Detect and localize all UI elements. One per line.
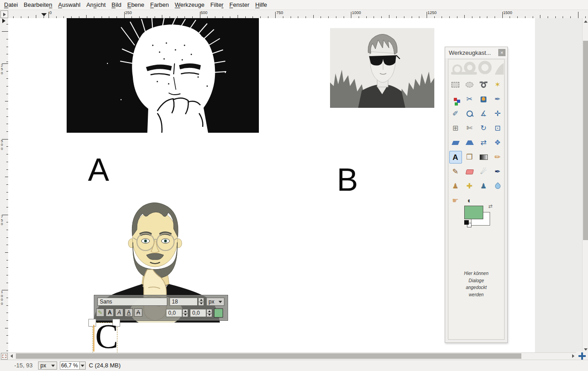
- text-color-swatch[interactable]: [214, 308, 223, 318]
- vertical-scrollbar[interactable]: [582, 18, 588, 352]
- menu-ebene[interactable]: Ebene: [125, 0, 148, 10]
- tool-handle-transform-button[interactable]: ❖: [491, 136, 504, 149]
- scroll-right-icon[interactable]: [570, 353, 576, 359]
- unit-combo[interactable]: px: [38, 361, 57, 370]
- tool-scale-button[interactable]: ⊡: [491, 122, 504, 135]
- unit-dropdown[interactable]: px: [206, 298, 224, 306]
- tool-perspective-clone-button[interactable]: ♟: [477, 180, 490, 193]
- tool-fuzzy-select-button[interactable]: ✶: [491, 78, 504, 91]
- default-colors-icon[interactable]: [464, 220, 471, 226]
- image-menu-button[interactable]: [0, 10, 8, 18]
- menu-fenster[interactable]: Fenster: [227, 0, 253, 10]
- hruler-label: 0: [49, 10, 52, 15]
- tool-flip-button[interactable]: ⇄: [477, 136, 490, 149]
- tool-zoom-button[interactable]: [463, 107, 476, 120]
- brush-icon: ✎: [98, 309, 102, 316]
- tool-color-picker-button[interactable]: ✐: [449, 107, 462, 120]
- tool-dodge-burn-button[interactable]: ◐: [463, 194, 476, 207]
- tool-crop-button[interactable]: ✄: [463, 122, 476, 135]
- spin-up-icon[interactable]: [206, 309, 212, 313]
- menu-werkzeuge[interactable]: Werkzeuge: [173, 0, 209, 10]
- font-name-input[interactable]: [97, 298, 167, 306]
- menu-hilfe[interactable]: Hilfe: [253, 0, 271, 10]
- crop-icon: ✄: [467, 125, 472, 132]
- spin-down-icon[interactable]: [206, 313, 212, 318]
- menu-farben[interactable]: Farben: [148, 0, 172, 10]
- chevron-down-icon: [51, 365, 55, 367]
- strikethrough-button[interactable]: A: [134, 308, 142, 317]
- kerning-spinner[interactable]: [206, 309, 212, 317]
- tool-free-select-button[interactable]: ➰: [477, 78, 490, 91]
- spin-up-icon[interactable]: [182, 309, 188, 313]
- menu-datei[interactable]: Datei: [2, 0, 21, 10]
- bold-button[interactable]: A: [106, 308, 114, 317]
- free-select-icon: ➰: [479, 81, 488, 88]
- menu-filter[interactable]: Filter: [208, 0, 227, 10]
- swap-colors-icon[interactable]: ⇄: [488, 203, 492, 209]
- tool-ink-button[interactable]: ✒: [491, 165, 504, 178]
- tool-shear-button[interactable]: [449, 136, 462, 149]
- dock-hint-text: Hier können Dialoge angedockt werden: [448, 270, 504, 298]
- gradient-icon: [480, 154, 488, 160]
- menu-ansicht[interactable]: Ansicht: [84, 0, 109, 10]
- hruler-label: 1000: [352, 10, 361, 15]
- unit-value: px: [40, 362, 46, 369]
- tool-gradient-button[interactable]: [477, 151, 490, 164]
- foreground-color-swatch[interactable]: [464, 206, 483, 219]
- airbrush-icon: ☄: [480, 168, 486, 175]
- spin-down-icon[interactable]: [182, 313, 188, 318]
- kerning-input[interactable]: [190, 309, 206, 317]
- tool-paths-button[interactable]: ✒: [491, 93, 504, 106]
- baseline-input[interactable]: [166, 309, 182, 317]
- zoom-level-field[interactable]: 66,7 %: [60, 361, 80, 370]
- tool-intelligent-scissors-button[interactable]: ✂: [463, 93, 476, 106]
- spin-down-icon[interactable]: [198, 302, 204, 306]
- tool-heal-button[interactable]: ✚: [463, 180, 476, 193]
- tool-rotate-button[interactable]: ↻: [477, 122, 490, 135]
- tool-pencil-button[interactable]: ✏: [491, 151, 504, 164]
- baseline-spinner[interactable]: [182, 309, 188, 317]
- tool-rectangle-select-button[interactable]: [449, 78, 462, 91]
- tool-airbrush-button[interactable]: ☄: [477, 165, 490, 178]
- tool-alignment-button[interactable]: ⊞: [449, 122, 462, 135]
- vertical-scrollbar-thumb[interactable]: [583, 41, 588, 240]
- tool-perspective-button[interactable]: [463, 136, 476, 149]
- tool-foreground-select-button[interactable]: [477, 93, 490, 106]
- font-brush-button[interactable]: ✎: [96, 308, 104, 317]
- navigation-preview-button[interactable]: [576, 352, 588, 361]
- close-icon[interactable]: ×: [498, 49, 505, 56]
- spin-up-icon[interactable]: [198, 298, 204, 302]
- toolbox-titlebar[interactable]: Werkzeugkast... ×: [445, 47, 507, 58]
- tool-ellipse-select-button[interactable]: [463, 78, 476, 91]
- horizontal-scrollbar[interactable]: [8, 352, 576, 359]
- menu-auswahl[interactable]: Auswahl: [56, 0, 84, 10]
- menu-bearbeiten[interactable]: Bearbeiten: [21, 0, 56, 10]
- flip-icon: ⇄: [481, 139, 486, 146]
- image-b: [330, 28, 434, 108]
- tool-bucket-fill-button[interactable]: ❒: [463, 151, 476, 164]
- tool-move-button[interactable]: ✛: [491, 107, 504, 120]
- tool-select-by-color-button[interactable]: [449, 93, 462, 106]
- font-size-spinner[interactable]: [198, 298, 204, 306]
- tool-measure-button[interactable]: ∡: [477, 107, 490, 120]
- horizontal-ruler[interactable]: 0250500750100012501500: [8, 10, 588, 19]
- font-size-input[interactable]: [170, 298, 198, 306]
- zoom-dropdown-button[interactable]: [79, 361, 86, 370]
- handle-transform-icon: ❖: [494, 139, 501, 146]
- quick-mask-toggle[interactable]: [1, 353, 8, 360]
- tool-smudge-button[interactable]: ☛: [449, 194, 462, 207]
- underline-button[interactable]: A: [125, 308, 133, 317]
- menu-bild[interactable]: Bild: [109, 0, 125, 10]
- tool-eraser-button[interactable]: [463, 165, 476, 178]
- shear-icon: [452, 141, 460, 145]
- tool-paintbrush-button[interactable]: ✎: [449, 165, 462, 178]
- scroll-left-icon[interactable]: [8, 353, 15, 359]
- tool-clone-button[interactable]: ♟: [449, 180, 462, 193]
- tool-text-button[interactable]: A: [449, 151, 462, 164]
- tool-blur-sharpen-button[interactable]: [491, 180, 504, 193]
- scroll-up-icon[interactable]: [583, 18, 588, 24]
- vertical-ruler[interactable]: 2505007501000: [0, 18, 9, 352]
- heal-icon: ✚: [467, 183, 472, 190]
- horizontal-scrollbar-thumb[interactable]: [16, 353, 521, 359]
- italic-button[interactable]: A: [115, 308, 123, 317]
